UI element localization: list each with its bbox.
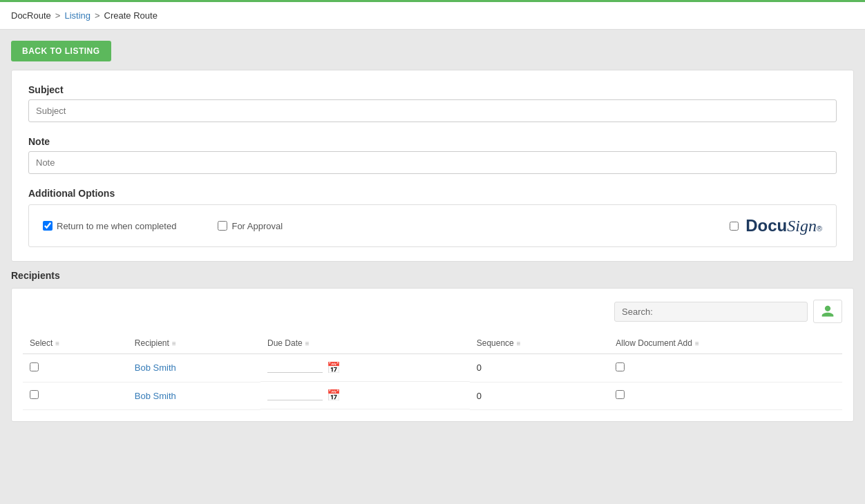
back-button-container: BACK TO LISTING <box>11 41 854 61</box>
cell-sequence-0: 0 <box>470 354 609 382</box>
add-person-button[interactable] <box>813 300 842 323</box>
allow-doc-add-checkbox-0[interactable] <box>616 362 625 371</box>
col-header-allow-doc-add: Allow Document Add ≡ <box>609 333 842 354</box>
cell-sequence-1: 0 <box>470 382 609 409</box>
col-recipient-sort-icon[interactable]: ≡ <box>172 340 176 347</box>
recipients-card: Search: Select <box>11 288 854 422</box>
col-header-recipient: Recipient ≡ <box>128 333 260 354</box>
cell-recipient-1: Bob Smith <box>128 382 260 409</box>
for-approval-label[interactable]: For Approval <box>231 221 283 231</box>
breadcrumb-bar: DocRoute > Listing > Create Route <box>0 0 865 30</box>
note-label: Note <box>28 136 837 147</box>
cell-allow-doc-add-1 <box>609 382 842 409</box>
return-to-me-option[interactable]: Return to me when completed <box>43 221 176 231</box>
search-label: Search: <box>622 307 653 317</box>
recipients-tbody: Bob Smith 📅 0 Bob Smith 📅 <box>23 354 842 410</box>
breadcrumb-current: Create Route <box>104 10 158 21</box>
options-box: Return to me when completed For Approval… <box>28 204 837 247</box>
subject-input[interactable] <box>28 99 837 122</box>
col-due-date-sort-icon[interactable]: ≡ <box>305 340 310 347</box>
col-sequence-label: Sequence <box>477 338 514 348</box>
col-allow-doc-add-label: Allow Document Add <box>616 338 692 348</box>
col-header-select: Select ≡ <box>23 333 128 354</box>
col-header-due-date: Due Date ≡ <box>260 333 470 354</box>
col-due-date-label: Due Date <box>267 338 303 348</box>
note-input[interactable] <box>28 151 837 174</box>
additional-options-section: Additional Options Return to me when com… <box>28 188 837 247</box>
main-content: BACK TO LISTING Subject Note Additional … <box>0 30 865 433</box>
allow-doc-add-checkbox-1[interactable] <box>616 390 625 399</box>
cell-due-date-0: 📅 <box>260 354 470 382</box>
col-header-sequence: Sequence ≡ <box>470 333 609 354</box>
breadcrumb-root: DocRoute <box>11 10 51 21</box>
recipients-title: Recipients <box>11 270 854 281</box>
search-input[interactable] <box>653 307 800 317</box>
breadcrumb-sep1: > <box>55 10 61 21</box>
docusign-option[interactable]: DocuSign® <box>730 216 822 235</box>
person-add-icon <box>821 304 835 318</box>
table-header: Select ≡ Recipient ≡ <box>23 333 842 354</box>
recipients-section: Recipients Search: <box>11 270 854 422</box>
cell-allow-doc-add-0 <box>609 354 842 382</box>
sequence-value-1: 0 <box>477 391 482 401</box>
cell-recipient-0: Bob Smith <box>128 354 260 382</box>
breadcrumb-sep2: > <box>95 10 100 21</box>
docusign-checkbox[interactable] <box>730 222 739 231</box>
return-to-me-label[interactable]: Return to me when completed <box>57 221 176 231</box>
due-date-input-0[interactable] <box>267 362 323 373</box>
cell-due-date-1: 📅 <box>260 382 470 409</box>
row-select-checkbox-1[interactable] <box>30 390 39 399</box>
col-sequence-sort-icon[interactable]: ≡ <box>517 340 521 347</box>
col-select-label: Select <box>30 338 53 348</box>
form-card: Subject Note Additional Options Return t… <box>11 70 854 262</box>
search-box: Search: <box>614 302 808 322</box>
calendar-icon-1[interactable]: 📅 <box>327 389 341 402</box>
cell-select-0 <box>23 354 128 382</box>
calendar-icon-0[interactable]: 📅 <box>327 361 341 374</box>
col-recipient-label: Recipient <box>135 338 169 348</box>
for-approval-checkbox[interactable] <box>218 221 227 231</box>
table-row: Bob Smith 📅 0 <box>23 354 842 382</box>
col-select-sort-icon[interactable]: ≡ <box>55 340 59 347</box>
due-date-input-1[interactable] <box>267 390 323 400</box>
recipients-toolbar: Search: <box>23 300 842 323</box>
recipient-name-0: Bob Smith <box>135 362 176 373</box>
recipients-table-wrapper: Select ≡ Recipient ≡ <box>23 333 842 410</box>
subject-label: Subject <box>28 84 837 95</box>
docusign-logo-label[interactable]: DocuSign® <box>745 216 822 235</box>
recipients-table: Select ≡ Recipient ≡ <box>23 333 842 410</box>
table-row: Bob Smith 📅 0 <box>23 382 842 409</box>
sequence-value-0: 0 <box>477 362 482 373</box>
recipient-name-1: Bob Smith <box>135 391 176 401</box>
row-select-checkbox-0[interactable] <box>30 362 39 371</box>
col-allow-doc-add-sort-icon[interactable]: ≡ <box>695 340 699 347</box>
back-to-listing-button[interactable]: BACK TO LISTING <box>11 41 111 61</box>
note-field-group: Note <box>28 136 837 174</box>
subject-field-group: Subject <box>28 84 837 122</box>
additional-options-title: Additional Options <box>28 188 837 199</box>
return-to-me-checkbox[interactable] <box>43 221 53 231</box>
cell-select-1 <box>23 382 128 409</box>
breadcrumb-middle[interactable]: Listing <box>64 10 91 21</box>
for-approval-option[interactable]: For Approval <box>218 221 283 231</box>
